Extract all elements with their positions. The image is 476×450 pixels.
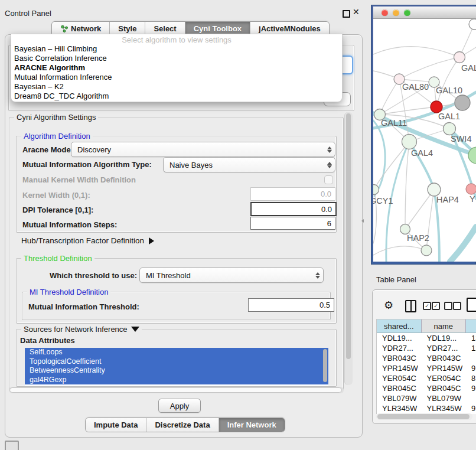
algorithm-option-basic-correlation-inference[interactable]: Basic Correlation Inference: [11, 54, 342, 63]
table-cell: 9.: [466, 364, 476, 373]
zoom-traffic-light-icon[interactable]: [404, 9, 410, 16]
table-row[interactable]: YDL19...YDL19...13: [377, 333, 476, 343]
tab-label: Network: [71, 24, 101, 33]
stepper-arrows-icon: [324, 162, 335, 168]
node-label: GAL10: [436, 86, 462, 95]
bottom-tab-discretize-data[interactable]: Discretize Data: [146, 418, 219, 432]
network-edge: [373, 246, 426, 255]
checked-checkbox-icon[interactable]: ✓: [423, 302, 431, 310]
hub-section-toggle[interactable]: Hub/Transcription Factor Definition: [21, 236, 154, 245]
table-row[interactable]: YDR27...YDR27...12: [377, 343, 476, 353]
table-row[interactable]: YBR045CYBR045C9.: [377, 383, 476, 393]
unchecked-checkbox-icon[interactable]: [453, 302, 461, 310]
sources-title[interactable]: Sources for Network Inference: [21, 325, 142, 334]
column-header-extra[interactable]: [466, 319, 476, 332]
network-node-swi4[interactable]: [444, 123, 456, 135]
tab-label: jActiveMNodules: [259, 24, 321, 33]
network-node-hap2[interactable]: [400, 224, 410, 234]
mi-steps-field[interactable]: 6: [250, 217, 335, 230]
network-node-hap4[interactable]: [428, 183, 441, 196]
kernel-width-field[interactable]: 0.0: [250, 187, 335, 201]
algorithm-option-mutual-information-inference[interactable]: Mutual Information Inference: [11, 73, 342, 82]
network-window-titlebar[interactable]: [373, 6, 476, 19]
table-cell: YPR145W: [422, 364, 467, 373]
attribute-item-betweennesscentrality[interactable]: BetweennessCentrality: [25, 366, 328, 376]
tab-label: Select: [154, 24, 176, 33]
dpi-tolerance-field[interactable]: 0.0: [250, 202, 337, 216]
aracne-mode-select[interactable]: Discovery: [71, 142, 335, 157]
algorithm-option-aracne-algorithm[interactable]: ARACNE Algorithm: [11, 63, 342, 73]
column-header-shared[interactable]: shared...: [377, 319, 422, 332]
table-row[interactable]: YBR043CYBR043C: [377, 353, 476, 363]
dock-icon[interactable]: [5, 441, 19, 450]
network-node-gcy1[interactable]: [373, 185, 379, 195]
which-threshold-select[interactable]: MI Threshold: [139, 268, 324, 283]
table-cell: YER054C: [422, 374, 467, 383]
kernel-width-label: Kernel Width (0,1):: [22, 191, 90, 200]
data-attributes-list[interactable]: SelfLoopsTopologicalCoefficientBetweenne…: [25, 348, 328, 386]
table-cell: 9.: [466, 404, 476, 413]
node-label: HAP2: [407, 233, 429, 243]
manual-kernel-checkbox[interactable]: [324, 175, 333, 184]
apply-button[interactable]: Apply: [158, 399, 201, 413]
splitpane-divider[interactable]: [361, 218, 364, 223]
network-node-gal1[interactable]: [431, 101, 442, 113]
attribute-item-gal4rgexp[interactable]: gal4RGexp: [25, 376, 328, 385]
column-header-name[interactable]: name: [422, 319, 467, 332]
algorithm-option-bayesian-k2[interactable]: Bayesian – K2: [11, 82, 342, 92]
node-label: SWI4: [451, 134, 471, 144]
network-node[interactable]: [421, 245, 432, 256]
network-edge: [374, 142, 409, 190]
mi-type-select[interactable]: Naive Bayes: [163, 157, 335, 172]
table-hscrollbar-track[interactable]: [376, 413, 472, 420]
table-row[interactable]: YER054CYER054C8.: [377, 373, 476, 383]
mi-threshold-group-title: MI Threshold Definition: [27, 288, 110, 296]
unchecked-checkbox-icon[interactable]: [444, 302, 452, 310]
cyni-settings-title: Cyni Algorithm Settings: [14, 113, 98, 122]
table-cell: YBR045C: [377, 384, 422, 393]
close-traffic-light-icon[interactable]: [382, 9, 388, 16]
table-row[interactable]: YLR345WYLR345W9.: [377, 403, 476, 413]
network-edge: [399, 57, 459, 79]
manual-kernel-label: Manual Kernel Width Definition: [22, 175, 136, 184]
close-icon[interactable]: ✕: [353, 7, 360, 17]
table-panel-title: Table Panel: [376, 275, 416, 284]
bottom-tab-infer-network[interactable]: Infer Network: [219, 418, 285, 432]
network-node[interactable]: [469, 19, 476, 30]
node-table[interactable]: shared...name YDL19...YDL19...13YDR27...…: [376, 319, 476, 414]
attr-list-scrollbar[interactable]: [323, 349, 327, 382]
gear-icon[interactable]: ⚙: [384, 299, 393, 312]
aracne-mode-value: Discovery: [71, 145, 324, 154]
control-panel-title: Control Panel: [5, 9, 51, 18]
minimize-traffic-light-icon[interactable]: [393, 9, 399, 16]
algorithm-option-dream8-dc-tdc-algorithm[interactable]: Dream8 DC_TDC Algorithm: [11, 92, 342, 101]
network-canvas[interactable]: GALGAL80GAL10GAL1GAL11SWI4GAL4GCY1HAP4YH…: [373, 19, 476, 262]
algorithm-option-bayesian-hill-climbing[interactable]: Bayesian – Hill Climbing: [11, 44, 342, 54]
attribute-item-topologicalcoefficient[interactable]: TopologicalCoefficient: [25, 357, 328, 367]
settings-hscrollbar-thumb[interactable]: [9, 387, 342, 393]
network-node-y[interactable]: [466, 184, 476, 194]
table-row[interactable]: YBL079WYBL079W: [377, 393, 476, 403]
network-edge: [405, 142, 409, 229]
mi-threshold-field[interactable]: 0.5: [248, 298, 334, 312]
document-icon[interactable]: [467, 298, 476, 312]
tab-label: Impute Data: [94, 420, 138, 429]
algorithm-placeholder: Select algorithm to view settings: [11, 34, 342, 44]
float-icon[interactable]: [343, 10, 350, 18]
network-node-gal4[interactable]: [402, 135, 417, 149]
algorithm-definition-title: Algorithm Definition: [21, 132, 93, 141]
settings-hscrollbar-track[interactable]: [9, 387, 344, 393]
settings-scrollbar-thumb[interactable]: [346, 113, 351, 359]
bottom-tab-impute-data[interactable]: Impute Data: [86, 418, 146, 432]
network-node[interactable]: [455, 95, 470, 110]
table-cell: YBL079W: [377, 394, 422, 403]
settings-scrollbar-track[interactable]: [344, 112, 353, 385]
control-panel-titlebar: Control Panel ✕: [0, 2, 366, 18]
network-node-gal[interactable]: [454, 52, 465, 63]
node-label: GAL1: [438, 112, 460, 121]
attribute-item-selfloops[interactable]: SelfLoops: [25, 348, 328, 357]
split-columns-icon[interactable]: [405, 300, 416, 312]
table-row[interactable]: YPR145WYPR145W9.: [377, 363, 476, 373]
table-hscrollbar-thumb[interactable]: [377, 414, 470, 419]
checked-checkbox-icon[interactable]: ✓: [432, 302, 440, 310]
